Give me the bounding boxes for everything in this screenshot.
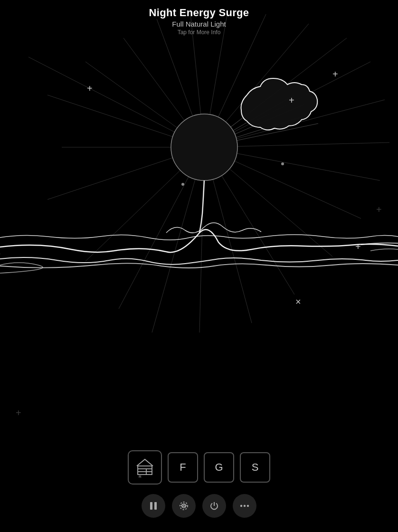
main-canvas: + + + + + × + [0,0,398,390]
page-subtitle: Full Natural Light [0,20,398,28]
star-cross-7: + [16,408,21,418]
page-title: Night Energy Surge [0,7,398,19]
g-button[interactable]: G [204,452,234,483]
toolbar: R F G S [0,437,398,532]
svg-point-44 [244,505,246,507]
svg-rect-38 [150,502,152,510]
f-button[interactable]: F [168,452,198,483]
svg-point-32 [281,162,284,165]
main-buttons-row: R F G S [128,450,270,484]
s-button[interactable]: S [240,452,270,483]
header: Night Energy Surge Full Natural Light Ta… [0,0,398,36]
s-label: S [252,461,259,474]
power-button[interactable] [202,494,226,518]
tap-info-label[interactable]: Tap for More Info [0,29,398,36]
pause-button[interactable] [142,494,165,518]
svg-rect-33 [138,466,152,475]
svg-point-45 [247,505,249,507]
svg-rect-39 [154,502,157,510]
secondary-buttons-row [142,494,256,518]
svg-point-31 [181,183,184,186]
f-label: F [180,461,186,474]
energy-visualization [0,0,398,390]
more-button[interactable] [233,494,256,518]
signal-button[interactable] [172,494,196,518]
g-label: G [215,461,223,474]
svg-text:R: R [139,475,142,479]
house-button[interactable]: R [128,450,162,484]
svg-point-43 [240,505,242,507]
svg-point-30 [173,116,235,178]
